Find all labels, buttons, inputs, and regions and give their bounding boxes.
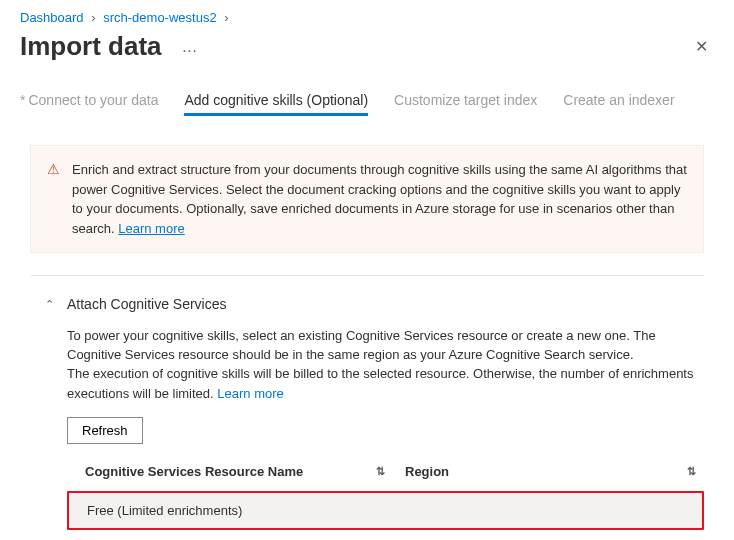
resource-name-cell: Free (Limited enrichments) bbox=[87, 501, 242, 520]
chevron-up-icon: ⌃ bbox=[45, 298, 57, 311]
create-resource-link[interactable]: Create new Cognitive Services resource bbox=[67, 530, 704, 540]
section-divider bbox=[30, 275, 704, 276]
breadcrumb-service[interactable]: srch-demo-westus2 bbox=[103, 10, 216, 25]
refresh-button[interactable]: Refresh bbox=[67, 417, 143, 444]
tab-connect-data[interactable]: *Connect to your data bbox=[20, 92, 158, 116]
breadcrumb-dashboard[interactable]: Dashboard bbox=[20, 10, 84, 25]
table-row[interactable]: Free (Limited enrichments) bbox=[67, 491, 704, 530]
close-icon[interactable]: ✕ bbox=[689, 31, 714, 62]
column-header-name[interactable]: Cognitive Services Resource Name bbox=[85, 462, 303, 481]
sort-icon[interactable]: ⇅ bbox=[687, 463, 704, 479]
table-header-row: Cognitive Services Resource Name ⇅ Regio… bbox=[67, 454, 704, 491]
section-title: Attach Cognitive Services bbox=[67, 296, 227, 312]
page-title: Import data bbox=[20, 31, 162, 62]
chevron-right-icon: › bbox=[91, 10, 95, 25]
warning-icon: ⚠ bbox=[47, 160, 60, 180]
required-star-icon: * bbox=[20, 92, 25, 108]
more-actions-icon[interactable]: … bbox=[178, 38, 203, 56]
tab-add-cognitive-skills[interactable]: Add cognitive skills (Optional) bbox=[184, 92, 368, 116]
chevron-right-icon: › bbox=[224, 10, 228, 25]
breadcrumb: Dashboard › srch-demo-westus2 › bbox=[20, 10, 714, 25]
section-learn-more-link[interactable]: Learn more bbox=[217, 386, 283, 401]
info-learn-more-link[interactable]: Learn more bbox=[118, 221, 184, 236]
attach-cognitive-services-header[interactable]: ⌃ Attach Cognitive Services bbox=[45, 296, 704, 312]
tab-create-indexer[interactable]: Create an indexer bbox=[563, 92, 674, 116]
tab-customize-index[interactable]: Customize target index bbox=[394, 92, 537, 116]
sort-icon[interactable]: ⇅ bbox=[376, 463, 405, 479]
wizard-tabs: *Connect to your data Add cognitive skil… bbox=[20, 92, 714, 117]
section-description-2: The execution of cognitive skills will b… bbox=[67, 366, 693, 400]
info-banner: ⚠ Enrich and extract structure from your… bbox=[30, 145, 704, 253]
column-header-region[interactable]: Region bbox=[405, 462, 449, 481]
section-description-1: To power your cognitive skills, select a… bbox=[67, 326, 704, 364]
